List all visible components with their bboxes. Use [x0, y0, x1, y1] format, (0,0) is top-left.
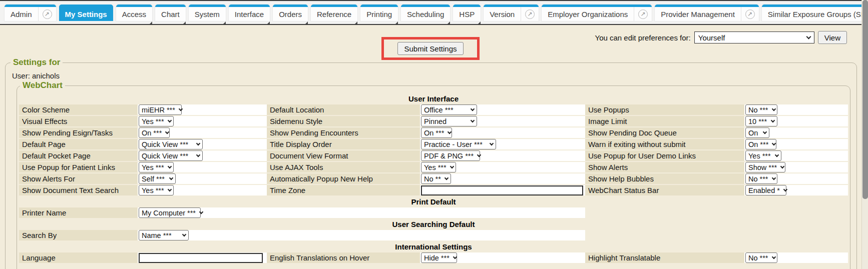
show-document-text-search-select[interactable]: Yes *** [139, 185, 174, 196]
webchart-status-bar-select[interactable]: Enabled * [745, 185, 786, 196]
tab-admin-label: Admin [5, 7, 38, 21]
edit-preferences-select[interactable]: Yourself [694, 32, 814, 44]
settings-table: User Interface Color Scheme miEHR *** De… [19, 92, 848, 264]
webchart-legend: WebChart [20, 80, 65, 90]
tab-interface[interactable]: Interface [229, 4, 270, 21]
select-value: Quick View *** [142, 140, 188, 148]
title-display-order-select[interactable]: Practice - User *** [421, 139, 496, 150]
chevron-down-icon [196, 141, 200, 145]
select-value: Self *** [142, 175, 165, 183]
show-help-bubbles-select[interactable]: No *** [745, 174, 777, 184]
select-value: Yes *** [142, 118, 164, 126]
tab-system[interactable]: System [189, 4, 226, 21]
select-value: Yes *** [142, 164, 164, 172]
default-location-select[interactable]: Office *** [421, 104, 477, 115]
tab-employer-organizations[interactable]: Employer Organizations ↗ [542, 4, 652, 21]
tab-reference-label: Reference [311, 7, 357, 21]
show-alerts-for-select[interactable]: Self *** [139, 174, 176, 184]
tab-system-label: System [189, 7, 226, 21]
tab-access-label: Access [116, 7, 152, 21]
chevron-down-icon [199, 210, 203, 214]
show-pending-doc-queue-select[interactable]: On [745, 128, 769, 138]
setting-label: Highlight Translatable [585, 252, 744, 263]
use-popup-patient-links-select[interactable]: Yes *** [139, 162, 174, 172]
sidemenu-style-select[interactable]: Pinned [421, 116, 477, 126]
tab-chart-label: Chart [155, 7, 186, 21]
user-line: User: anichols [12, 72, 852, 80]
tab-hsp-label: HSP [453, 7, 481, 21]
tab-version-external-link[interactable]: ↗ [521, 7, 539, 21]
table-row: Show Document Text Search Yes *** Time Z… [19, 185, 848, 196]
menu-corner-icon [183, 22, 186, 24]
chevron-down-icon [167, 187, 171, 191]
view-button[interactable]: View [818, 31, 847, 44]
edit-preferences-row: You can edit preferences for: Yourself V… [595, 31, 847, 44]
color-scheme-select[interactable]: miEHR *** [139, 104, 182, 115]
tab-admin-external-link[interactable]: ↗ [38, 7, 56, 21]
show-alerts-select[interactable]: Show *** [745, 162, 785, 172]
tab-employer-organizations-external-link[interactable]: ↗ [634, 7, 652, 21]
select-value: Show *** [748, 164, 777, 172]
tab-version[interactable]: Version ↗ [484, 4, 539, 21]
tab-chart[interactable]: Chart [155, 4, 186, 21]
tab-orders[interactable]: Orders [273, 4, 308, 21]
printer-name-select[interactable]: My Computer *** [139, 208, 201, 218]
tab-reference[interactable]: Reference [311, 4, 357, 21]
image-limit-select[interactable]: 10 *** [745, 116, 777, 126]
show-pending-esign-tasks-select[interactable]: On *** [139, 128, 170, 138]
language-input[interactable] [139, 253, 263, 263]
submit-settings-button[interactable]: Submit Settings [397, 42, 463, 55]
tab-admin[interactable]: Admin ↗ [5, 4, 56, 21]
chevron-down-icon [169, 176, 173, 180]
tab-my-settings-label: My Settings [59, 7, 113, 21]
tab-access[interactable]: Access [116, 4, 152, 21]
tab-printing[interactable]: Printing [360, 4, 398, 21]
chevron-down-icon [179, 106, 183, 110]
chevron-down-icon [771, 118, 775, 122]
select-value: No ** [424, 175, 441, 183]
setting-label: Title Display Order [267, 139, 420, 150]
table-row: Printer Name My Computer *** [19, 208, 848, 218]
section-header-user-searching-default: User Searching Default [19, 219, 848, 229]
external-link-icon: ↗ [525, 10, 535, 19]
use-ajax-tools-select[interactable]: Yes *** [421, 162, 456, 172]
red-annotation-box: Submit Settings [381, 37, 480, 60]
tab-my-settings[interactable]: My Settings [59, 4, 113, 21]
document-view-format-select[interactable]: PDF & PNG *** [421, 150, 480, 161]
tab-provider-management-external-link[interactable]: ↗ [741, 7, 759, 21]
tab-version-label: Version [484, 7, 521, 21]
setting-label: Show Pending Encounters [267, 128, 420, 138]
default-page-select[interactable]: Quick View *** [139, 139, 203, 150]
tab-hsp[interactable]: HSP [453, 4, 481, 21]
select-value: No *** [748, 106, 768, 114]
chevron-down-icon [775, 152, 779, 156]
select-value: Yes *** [424, 164, 447, 172]
chevron-down-icon [448, 130, 452, 134]
tab-similar-exposure-groups[interactable]: Similar Exposure Groups (SEGs) ↗ [762, 4, 868, 21]
section-header-user-interface: User Interface [19, 94, 848, 104]
warn-if-exiting-select[interactable]: On *** [745, 139, 776, 150]
select-value: Hide *** [424, 254, 450, 262]
chevron-down-icon [453, 254, 457, 258]
search-by-select[interactable]: Name *** [139, 230, 189, 240]
visual-effects-select[interactable]: Yes *** [139, 116, 174, 126]
select-value: Yes *** [142, 186, 164, 194]
time-zone-input[interactable] [421, 186, 583, 196]
select-value: miEHR *** [142, 106, 175, 114]
use-popup-user-demo-links-select[interactable]: Yes *** [745, 150, 781, 161]
auto-popup-new-help-select[interactable]: No ** [421, 174, 451, 184]
select-value: My Computer *** [142, 209, 196, 217]
scrollbar-thumb[interactable] [862, 0, 868, 199]
tab-provider-management[interactable]: Provider Management ↗ [655, 4, 759, 21]
highlight-translatable-select[interactable]: No *** [745, 252, 777, 263]
table-row: Search By Name *** [19, 230, 848, 240]
use-popups-select[interactable]: No *** [745, 104, 777, 115]
show-pending-encounters-select[interactable]: On *** [421, 128, 452, 138]
english-translations-on-hover-select[interactable]: Hide *** [421, 252, 457, 263]
tab-provider-management-label: Provider Management [655, 7, 741, 21]
default-pocket-page-select[interactable]: Quick View *** [139, 150, 203, 161]
tab-scheduling[interactable]: Scheduling [401, 4, 450, 21]
vertical-scrollbar[interactable] [861, 0, 868, 269]
chevron-down-icon [182, 232, 186, 236]
chevron-down-icon [445, 176, 449, 180]
